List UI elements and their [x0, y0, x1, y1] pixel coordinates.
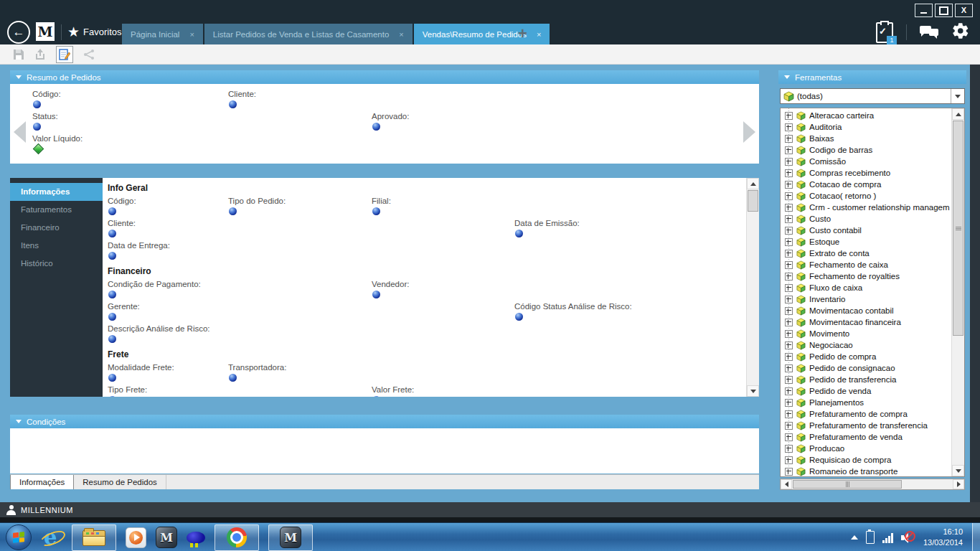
settings-gear-icon[interactable] [951, 22, 970, 43]
expand-plus-icon[interactable] [785, 284, 793, 292]
taskbar-millennium-button[interactable]: M [268, 523, 313, 551]
bottom-tab[interactable]: Informações [10, 475, 74, 489]
tree-item[interactable]: Movimentacao contabil [781, 305, 964, 316]
tree-item[interactable]: Cotacao( retorno ) [781, 190, 964, 202]
tasks-clipboard-icon[interactable]: ✓ 1 [876, 22, 893, 43]
tree-vertical-scrollbar[interactable] [951, 108, 964, 476]
detail-tab-itens[interactable]: Itens [10, 237, 103, 255]
sphere-bullet-icon[interactable] [33, 100, 41, 108]
expand-plus-icon[interactable] [785, 330, 793, 338]
sphere-bullet-icon[interactable] [229, 207, 237, 215]
expand-plus-icon[interactable] [785, 364, 793, 372]
new-tab-button[interactable]: + [518, 26, 527, 42]
expand-plus-icon[interactable] [785, 112, 793, 120]
export-icon[interactable] [34, 49, 46, 60]
network-signal-icon[interactable] [882, 532, 893, 543]
sphere-bullet-icon[interactable] [108, 335, 116, 343]
tree-item[interactable]: Inventario [781, 293, 964, 305]
expand-plus-icon[interactable] [785, 399, 793, 407]
scroll-thumb[interactable] [793, 480, 902, 489]
expand-plus-icon[interactable] [785, 204, 793, 212]
tree-item[interactable]: Negociacao [781, 339, 964, 351]
detail-vertical-scrollbar[interactable] [746, 178, 759, 397]
expand-plus-icon[interactable] [785, 238, 793, 246]
sphere-bullet-icon[interactable] [33, 123, 41, 131]
tree-item[interactable]: Baixas [781, 133, 964, 144]
tree-item[interactable]: Custo contabil [781, 225, 964, 236]
tree-item[interactable]: Planejamentos [781, 397, 964, 408]
expand-plus-icon[interactable] [785, 123, 793, 131]
expand-plus-icon[interactable] [785, 296, 793, 303]
expand-plus-icon[interactable] [785, 342, 793, 349]
share-icon[interactable] [83, 49, 95, 60]
tree-item[interactable]: Movimento [781, 328, 964, 339]
scroll-left-button[interactable] [781, 479, 792, 489]
tree-item[interactable]: Compras recebimento [781, 167, 964, 179]
hidden-icons-arrow[interactable] [851, 535, 858, 540]
browser-tab[interactable]: Vendas\Resumo de Pedidos× [414, 24, 550, 44]
expand-plus-icon[interactable] [785, 273, 793, 281]
browser-tab[interactable]: Página Inicial× [122, 24, 203, 44]
tree-item[interactable]: Fluxo de caixa [781, 282, 964, 293]
save-icon[interactable] [13, 49, 24, 60]
tree-item[interactable]: Crm - customer relationship managem [781, 202, 964, 213]
tab-close-icon[interactable]: × [537, 30, 541, 39]
expand-plus-icon[interactable] [785, 181, 793, 189]
expand-plus-icon[interactable] [785, 158, 793, 166]
back-button[interactable]: ← [7, 21, 30, 44]
tree-item[interactable]: Prefaturamento de transferencia [781, 420, 964, 431]
scroll-up-button[interactable] [952, 108, 964, 120]
tree-item[interactable]: Comissão [781, 156, 964, 167]
tab-close-icon[interactable]: × [399, 30, 403, 39]
expand-plus-icon[interactable] [785, 227, 793, 235]
sphere-bullet-icon[interactable] [108, 230, 116, 237]
scroll-thumb[interactable] [748, 190, 758, 212]
tree-item[interactable]: Prefaturamento de compra [781, 408, 964, 420]
tree-item[interactable]: Cotacao de compra [781, 179, 964, 190]
expand-plus-icon[interactable] [785, 376, 793, 384]
sphere-bullet-icon[interactable] [108, 207, 116, 215]
scroll-down-button[interactable] [747, 385, 759, 397]
expand-plus-icon[interactable] [785, 468, 793, 476]
scroll-down-button[interactable] [952, 465, 964, 476]
tree-item[interactable]: Pedido de transferencia [781, 374, 964, 385]
tree-item[interactable]: Extrato de conta [781, 248, 964, 259]
sphere-bullet-icon[interactable] [108, 291, 116, 298]
tree-item[interactable]: Codigo de barras [781, 144, 964, 156]
taskbar-millennium-dark-button[interactable]: M [156, 523, 177, 551]
tree-item[interactable]: Pedido de venda [781, 385, 964, 397]
sphere-bullet-icon[interactable] [229, 374, 237, 382]
detail-tab-faturamentos[interactable]: Faturamentos [10, 201, 103, 219]
taskbar-chrome-button[interactable] [215, 523, 259, 551]
expand-plus-icon[interactable] [785, 422, 793, 430]
tree-item[interactable]: Estoque [781, 236, 964, 248]
expand-plus-icon[interactable] [785, 146, 793, 154]
taskbar-media-player-button[interactable] [126, 523, 146, 551]
tree-item[interactable]: Requisicao de compra [781, 454, 964, 466]
taskbar-windows-explorer-button[interactable] [72, 523, 116, 551]
tools-filter-dropdown[interactable]: (todas) [780, 88, 965, 104]
battery-icon[interactable] [866, 531, 875, 544]
expand-plus-icon[interactable] [785, 135, 793, 143]
detail-tab-financeiro[interactable]: Financeiro [10, 219, 103, 237]
expand-plus-icon[interactable] [785, 387, 793, 395]
sphere-bullet-icon[interactable] [515, 313, 523, 321]
sphere-bullet-icon[interactable] [372, 207, 380, 215]
panel-header[interactable]: Condições [10, 415, 759, 428]
detail-tab-informações[interactable]: Informações [10, 183, 103, 201]
sphere-bullet-icon[interactable] [108, 313, 116, 321]
tree-item[interactable]: Alteracao carteira [781, 110, 964, 121]
minimize-button[interactable] [915, 4, 933, 17]
expand-plus-icon[interactable] [785, 319, 793, 326]
taskbar-start-button[interactable] [6, 523, 32, 551]
tree-horizontal-scrollbar[interactable] [780, 479, 965, 490]
expand-plus-icon[interactable] [785, 261, 793, 269]
taskbar-internet-explorer-button[interactable]: e [41, 523, 62, 551]
tree-item[interactable]: Pedido de consignacao [781, 362, 964, 374]
panel-header[interactable]: Resumo de Pedidos [10, 70, 759, 84]
show-desktop-button[interactable] [972, 523, 980, 551]
scroll-thumb[interactable] [953, 121, 963, 336]
volume-muted-icon[interactable] [901, 531, 915, 544]
sphere-bullet-icon[interactable] [108, 374, 116, 382]
tree-item[interactable]: Pedido de compra [781, 351, 964, 362]
